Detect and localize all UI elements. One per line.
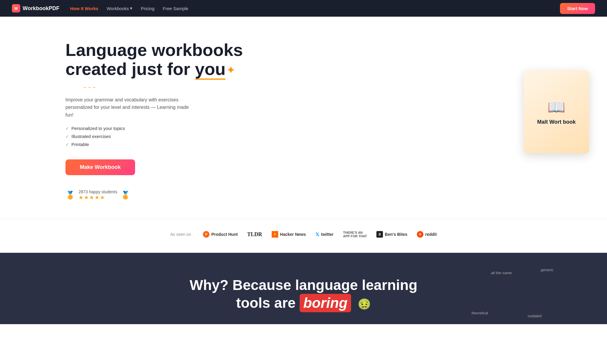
boring-word: boring bbox=[300, 294, 351, 312]
brand-reddit: R reddit bbox=[417, 231, 437, 238]
as-seen-label: As seen on bbox=[170, 232, 191, 237]
hero-content: Language workbooks created just for you✦… bbox=[65, 17, 280, 219]
star-rating: ★★★★★ bbox=[79, 194, 117, 201]
brand-twitter: 𝕏 twitter bbox=[315, 232, 334, 237]
brand-tldr: TLDR bbox=[247, 231, 262, 238]
navbar: W WorkbookPDF How It Works Workbooks ▾ P… bbox=[0, 0, 607, 17]
as-seen-on-section: As seen on P Product Hunt TLDR Y Hacker … bbox=[0, 219, 607, 253]
hero-highlight-word: you bbox=[195, 59, 226, 79]
annotation-generic: generic bbox=[541, 268, 553, 272]
hero-subtitle: Improve your grammar and vocabulary with… bbox=[65, 96, 190, 119]
annotation-outdated: outdated bbox=[528, 314, 542, 318]
checklist-item-3: ✓ Printable bbox=[65, 142, 125, 147]
laurel-left-icon: 🏅 bbox=[65, 191, 75, 200]
bottom-dark-section: all the same generic Why? Because langua… bbox=[0, 253, 607, 324]
nav-free-sample[interactable]: Free Sample bbox=[163, 6, 188, 11]
hero-deco: ~ ~ ~ bbox=[83, 84, 96, 91]
brand-product-hunt: P Product Hunt bbox=[203, 231, 238, 238]
nav-workbooks[interactable]: Workbooks ▾ bbox=[107, 6, 132, 11]
nav-how-it-works[interactable]: How It Works bbox=[70, 6, 98, 11]
check-icon-3: ✓ bbox=[65, 142, 69, 147]
twitter-icon: 𝕏 bbox=[315, 232, 319, 237]
logo-icon: W bbox=[12, 4, 20, 12]
brand-theres-an-app: THERE'S ANAPP FOR THAT bbox=[343, 231, 367, 238]
nav-left: W WorkbookPDF How It Works Workbooks ▾ P… bbox=[12, 4, 188, 12]
brand-hacker-news: Y Hacker News bbox=[272, 231, 306, 238]
book-icon: 📖 bbox=[547, 99, 565, 115]
happy-students-count: 2873 happy students bbox=[79, 189, 117, 194]
hero-title: Language workbooks created just for you✦ bbox=[65, 40, 243, 79]
make-workbook-button[interactable]: Make Workbook bbox=[65, 159, 135, 175]
emoji-face: 🤢 bbox=[358, 298, 371, 310]
bens-bites-icon: B bbox=[376, 231, 383, 238]
bottom-dark-title: Why? Because language learning tools are… bbox=[184, 277, 423, 312]
book-card: 📖 Malt Wort book bbox=[524, 70, 589, 153]
hacker-news-icon: Y bbox=[272, 231, 278, 238]
checklist-item-1: ✓ Personalized to your topics bbox=[65, 126, 125, 131]
brand-bens-bites: B Ben's Bites bbox=[376, 231, 407, 238]
nav-logo[interactable]: W WorkbookPDF bbox=[12, 4, 60, 12]
sparkle-icon: ✦ bbox=[227, 65, 235, 76]
check-icon-2: ✓ bbox=[65, 134, 69, 139]
nav-pricing[interactable]: Pricing bbox=[141, 6, 154, 11]
checklist-item-2: ✓ Illustrated exercises bbox=[65, 134, 125, 139]
start-now-button[interactable]: Start Now bbox=[560, 3, 595, 14]
product-hunt-icon: P bbox=[203, 231, 209, 238]
nav-links: How It Works Workbooks ▾ Pricing Free Sa… bbox=[70, 6, 188, 11]
laurel-right-icon: 🏅 bbox=[121, 191, 130, 200]
annotation-all-same: all the same bbox=[491, 271, 512, 275]
chevron-down-icon: ▾ bbox=[130, 6, 132, 11]
book-card-title: Malt Wort book bbox=[537, 119, 576, 125]
check-icon-1: ✓ bbox=[65, 126, 69, 131]
social-proof: 🏅 2873 happy students ★★★★★ 🏅 bbox=[65, 189, 130, 201]
hero-checklist: ✓ Personalized to your topics ✓ Illustra… bbox=[65, 126, 125, 150]
reddit-icon: R bbox=[417, 231, 423, 238]
annotation-theoretical: theoretical bbox=[472, 311, 488, 315]
logo-text: WorkbookPDF bbox=[23, 5, 60, 12]
tldr-icon: TLDR bbox=[247, 231, 262, 238]
social-proof-details: 2873 happy students ★★★★★ bbox=[79, 189, 117, 201]
hero-section: Language workbooks created just for you✦… bbox=[0, 17, 607, 219]
